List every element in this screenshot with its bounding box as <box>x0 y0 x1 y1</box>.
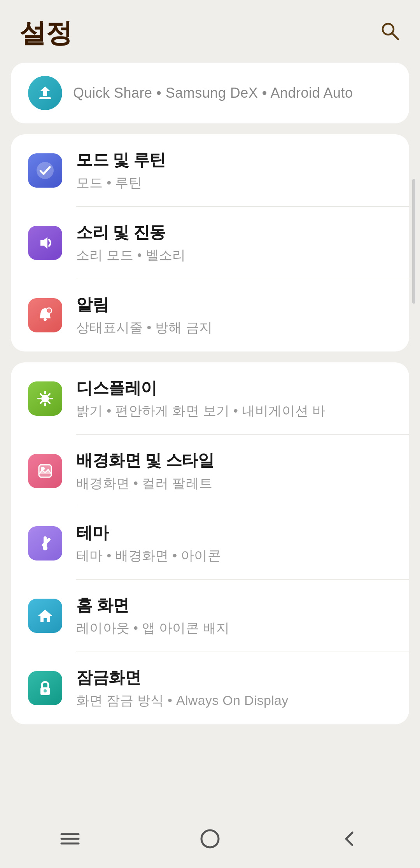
svg-point-3 <box>37 162 54 179</box>
search-icon[interactable] <box>379 20 401 47</box>
header: 설정 <box>0 0 420 63</box>
wallpaper-title: 배경화면 및 스타일 <box>76 450 214 471</box>
homescreen-text: 홈 화면 레이아웃 • 앱 아이콘 배지 <box>76 594 229 637</box>
list-item-display[interactable]: 디스플레이 밝기 • 편안하게 화면 보기 • 내비게이션 바 <box>11 362 409 435</box>
top-partial-card[interactable]: Quick Share • Samsung DeX • Android Auto <box>11 63 409 123</box>
svg-line-14 <box>48 402 50 403</box>
notifications-title: 알림 <box>76 294 212 316</box>
list-item-notifications[interactable]: ! 알림 상태표시줄 • 방해 금지 <box>11 279 409 351</box>
modes-subtitle: 모드 • 루틴 <box>76 174 166 192</box>
modes-title: 모드 및 루틴 <box>76 149 166 171</box>
theme-icon <box>28 526 62 561</box>
card-group-2: 디스플레이 밝기 • 편안하게 화면 보기 • 내비게이션 바 배경화면 및 스… <box>11 362 409 724</box>
display-title: 디스플레이 <box>76 377 326 399</box>
list-item-lockscreen[interactable]: 잠금화면 화면 잠금 방식 • Always On Display <box>11 652 409 724</box>
back-button[interactable] <box>327 823 373 854</box>
lockscreen-subtitle: 화면 잠금 방식 • Always On Display <box>76 692 289 710</box>
sound-subtitle: 소리 모드 • 벨소리 <box>76 246 186 264</box>
display-icon <box>28 381 62 416</box>
list-item-sound[interactable]: 소리 및 진동 소리 모드 • 벨소리 <box>11 207 409 279</box>
scrollbar[interactable] <box>412 179 415 304</box>
sound-icon <box>28 226 62 260</box>
page-title: 설정 <box>19 16 72 51</box>
svg-point-18 <box>41 467 45 471</box>
svg-text:!: ! <box>48 309 49 313</box>
lockscreen-icon <box>28 671 62 705</box>
notifications-icon: ! <box>28 298 62 332</box>
recent-apps-button[interactable] <box>47 823 93 854</box>
theme-text: 테마 테마 • 배경화면 • 아이콘 <box>76 522 221 565</box>
svg-line-16 <box>40 402 42 403</box>
svg-line-15 <box>48 394 50 395</box>
theme-subtitle: 테마 • 배경화면 • 아이콘 <box>76 547 221 565</box>
svg-rect-2 <box>39 97 51 99</box>
svg-point-21 <box>43 546 47 550</box>
lockscreen-title: 잠금화면 <box>76 667 289 689</box>
home-button[interactable] <box>187 823 233 854</box>
homescreen-icon <box>28 599 62 633</box>
lockscreen-text: 잠금화면 화면 잠금 방식 • Always On Display <box>76 667 289 710</box>
svg-rect-27 <box>201 830 219 847</box>
homescreen-subtitle: 레이아웃 • 앱 아이콘 배지 <box>76 619 229 637</box>
modes-icon <box>28 153 62 188</box>
list-item-theme[interactable]: 테마 테마 • 배경화면 • 아이콘 <box>11 507 409 580</box>
theme-title: 테마 <box>76 522 221 544</box>
card-group-1: 모드 및 루틴 모드 • 루틴 소리 및 진동 소리 모드 • 벨소리 ! <box>11 134 409 351</box>
wallpaper-text: 배경화면 및 스타일 배경화면 • 컬러 팔레트 <box>76 450 214 492</box>
svg-line-13 <box>40 394 42 395</box>
bottom-nav <box>0 817 420 868</box>
sound-title: 소리 및 진동 <box>76 221 186 243</box>
notifications-text: 알림 상태표시줄 • 방해 금지 <box>76 294 212 337</box>
svg-line-1 <box>392 33 398 39</box>
wallpaper-subtitle: 배경화면 • 컬러 팔레트 <box>76 474 214 492</box>
list-item-modes[interactable]: 모드 및 루틴 모드 • 루틴 <box>11 134 409 207</box>
modes-text: 모드 및 루틴 모드 • 루틴 <box>76 149 166 192</box>
homescreen-title: 홈 화면 <box>76 594 229 616</box>
svg-marker-4 <box>40 237 47 249</box>
top-card-icon <box>28 76 62 110</box>
display-text: 디스플레이 밝기 • 편안하게 화면 보기 • 내비게이션 바 <box>76 377 326 420</box>
list-item-wallpaper[interactable]: 배경화면 및 스타일 배경화면 • 컬러 팔레트 <box>11 435 409 507</box>
list-item-homescreen[interactable]: 홈 화면 레이아웃 • 앱 아이콘 배지 <box>11 580 409 652</box>
wallpaper-icon <box>28 454 62 488</box>
display-subtitle: 밝기 • 편안하게 화면 보기 • 내비게이션 바 <box>76 402 326 420</box>
notifications-subtitle: 상태표시줄 • 방해 금지 <box>76 319 212 337</box>
top-card-subtitle: Quick Share • Samsung DeX • Android Auto <box>73 85 353 101</box>
svg-point-23 <box>44 689 47 692</box>
sound-text: 소리 및 진동 소리 모드 • 벨소리 <box>76 221 186 264</box>
svg-rect-5 <box>44 318 47 321</box>
